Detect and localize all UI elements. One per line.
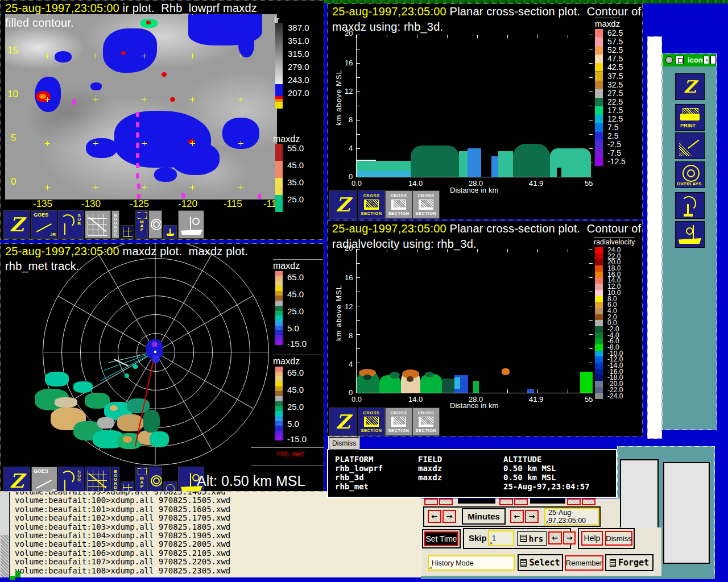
terminal-line: volume:beaufait:107>xdump.all 970825.220… [15,558,230,566]
icon-window-titlebar[interactable]: icon [663,54,716,66]
bounds-button[interactable]: B O U N D S [111,210,119,239]
cross-section-button-active[interactable]: CROSS SECTION [358,408,385,436]
cross-section-button[interactable]: CROSS SECTION [385,408,412,436]
minutes-back-button-2[interactable]: ← [510,510,524,523]
text-caret: ^ [490,542,493,548]
satellite-ir-window: 25-aug-1997,23:05:00 ir plot. Rhb_lowprf… [0,0,324,240]
sat-title-line2: filled contour. [5,16,74,30]
table-row[interactable]: rhb_met25-Aug-97,23:04:57 [335,482,616,491]
zebra-main-menu-button[interactable]: Z [675,73,705,100]
rings-overlay-button[interactable] [148,467,162,492]
ship-mast [190,217,191,230]
terminal-text: volume:beaufait:99>xdump.all 970825.1405… [15,491,230,575]
minutes-back-button[interactable]: ← [428,510,441,523]
forget-button[interactable]: Forget [605,554,653,571]
ship-button[interactable] [675,221,705,248]
ship-platform-button[interactable] [178,210,204,239]
window-menu-icon[interactable] [665,56,673,64]
xs1-title-line2: maxdz using: rhb_3d. [332,20,443,34]
overlays-inner-icon [687,169,695,177]
radar-pole-icon [64,223,65,235]
background-panel-right [663,462,710,564]
cross-section-button[interactable]: CROSS SECTION [412,408,440,436]
skip-forward-button[interactable]: → [563,531,576,544]
cross-section-button-active[interactable]: CROSS SECTION [358,190,385,219]
cross-section-button[interactable]: CROSS SECTION [385,190,412,219]
terminal-line: volume:beaufait:103>xdump.all 970825.180… [15,523,230,531]
map-button[interactable]: M A P [135,467,148,492]
terminal-window[interactable]: volume:beaufait:99>xdump.all 970825.1405… [0,491,421,577]
satellite-dish-button[interactable] [675,132,705,159]
goes-label: GOES [34,212,48,218]
history-mode-field[interactable]: History Mode [428,555,515,571]
map-icon [138,468,147,475]
select-button[interactable]: Select [518,554,563,571]
window-close-icon[interactable] [710,56,716,64]
ppi-bar-tick: 25.0 [287,306,304,316]
zebra-menu-button[interactable]: Z [329,190,357,219]
ppi-bar-tick: 25.0 [287,402,304,411]
overlays-label: OVERLAYS [677,181,701,186]
xs1-y-axis-label: km above MSL [334,69,343,126]
small-ship-button[interactable] [163,225,177,239]
terminal-scrollbar[interactable] [0,492,10,577]
sur-radar-button[interactable]: S U R [58,467,84,492]
terminal-cursor [15,571,20,577]
beam-icon [688,139,699,148]
zebra-menu-button[interactable]: Z [3,467,30,492]
xs2-y-tick: 8 [349,331,353,340]
radar-antenna-button[interactable] [675,192,705,219]
satellite-image[interactable] [5,14,277,199]
minutes-forward-button-2[interactable]: → [525,510,539,523]
zebra-menu-button[interactable]: Z [3,210,30,239]
radar-plot-area[interactable] [1,244,270,492]
window-iconify-icon[interactable] [676,56,684,64]
overlay-dismiss-button[interactable]: Dismiss [329,437,359,450]
goes-ir-button[interactable]: GOES .IR [31,210,57,239]
remember-button[interactable]: Remember [565,555,603,571]
xs1-plot-area[interactable] [356,35,593,177]
bounds-button[interactable]: B O U N D S [111,467,119,492]
print-button[interactable]: PRINT [675,104,705,131]
xs1-toolbar: Z CROSS SECTION CROSS SECTION CROSS SECT… [328,190,643,219]
hrs-units-button[interactable]: hrs [517,531,547,546]
minutes-forward-button[interactable]: → [442,510,456,523]
teal-bottom-strip [421,576,715,579]
xs2-x-tick: 0.0 [351,395,362,404]
scrollbar-thumb[interactable] [1,535,9,577]
ship-hull-icon [679,238,701,244]
terminal-line: volume:beaufait:102>xdump.all 970825.170… [15,514,230,522]
rings-inner-icon [153,477,160,484]
grid-radar-button[interactable] [85,210,111,239]
overlays-button[interactable]: OVERLAYS [675,161,705,188]
small-ship-mast [169,228,171,234]
small-grid-button[interactable] [121,225,134,239]
goes-label: GOES [34,468,48,474]
skip-back-button[interactable]: ← [548,531,562,544]
xs2-toolbar: Z CROSS SECTION CROSS SECTION CROSS SECT… [328,408,643,436]
section-label: SECTION [388,211,410,216]
xs2-plot-area[interactable] [356,249,593,393]
sur-label: S U R [77,470,81,482]
ppi-maxdz-label-1: maxdz [273,259,323,271]
xs1-colorbar-title: maxdz [595,18,620,28]
goes-ir-button[interactable]: GOES .IR [31,467,57,492]
table-row[interactable]: rhb_lowprfmaxdz0.50 km MSL25-Aug-97,23:0… [335,464,616,473]
rings-overlay-button[interactable] [148,210,162,239]
help-button[interactable]: Help [581,531,603,546]
time-input-field[interactable]: 25-Aug-97,23:05:00 [544,508,599,525]
xs1-y-tick: 12 [345,87,353,95]
cube-icon [391,417,406,427]
table-row[interactable]: rhb_3dmaxdz0.50 km MSL25-Aug-97,23:01:26 [335,473,616,482]
desktop: { "sat": { "timestamp": "25-aug-1997,23:… [0,0,728,582]
map-button[interactable]: M A P [135,210,148,239]
cross-section-button[interactable]: CROSS SECTION [412,190,440,219]
zebra-menu-button[interactable]: Z [329,408,357,436]
set-time-button[interactable]: Set Time [424,531,458,546]
text-caret: ^ [546,521,549,527]
sur-radar-button[interactable]: S U R [58,210,84,239]
window-resize-icon[interactable] [704,56,709,64]
grid-radar-button[interactable] [85,467,111,492]
dialog-dismiss-button[interactable]: Dismiss [605,531,632,546]
section-label: SECTION [361,428,382,433]
